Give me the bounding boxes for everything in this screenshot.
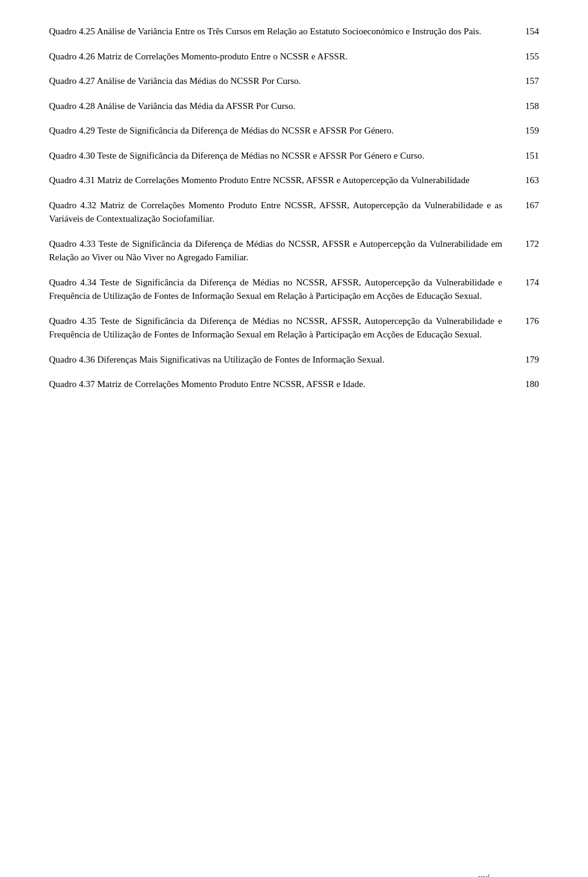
page-number: xvi	[478, 873, 490, 877]
toc-entry: Quadro 4.30 Teste de Significância da Di…	[49, 149, 539, 163]
toc-entry-page: 180	[514, 377, 539, 391]
toc-entry: Quadro 4.27 Análise de Variância das Méd…	[49, 74, 539, 88]
toc-entry-page: 159	[514, 124, 539, 138]
toc-entry: Quadro 4.32 Matriz de Correlações Moment…	[49, 198, 539, 226]
toc-entry-text: Quadro 4.27 Análise de Variância das Méd…	[49, 74, 514, 88]
toc-entry-page: 151	[514, 149, 539, 163]
toc-entry: Quadro 4.31 Matriz de Correlações Moment…	[49, 173, 539, 187]
toc-entry: Quadro 4.36 Diferenças Mais Significativ…	[49, 353, 539, 367]
toc-entry-text: Quadro 4.25 Análise de Variância Entre o…	[49, 24, 514, 39]
toc-entry: Quadro 4.28 Análise de Variância das Méd…	[49, 99, 539, 113]
toc-entry-page: 155	[514, 50, 539, 64]
toc-entry: Quadro 4.37 Matriz de Correlações Moment…	[49, 377, 539, 391]
toc-entry-page: 174	[514, 276, 539, 290]
page-footer: xvi	[478, 873, 490, 877]
toc-entry-page: 154	[514, 24, 539, 39]
toc-entry-text: Quadro 4.37 Matriz de Correlações Moment…	[49, 377, 514, 391]
toc-entry-page: 157	[514, 74, 539, 88]
toc-entry-page: 158	[514, 99, 539, 113]
toc-entry: Quadro 4.33 Teste de Significância da Di…	[49, 237, 539, 265]
toc-entry: Quadro 4.34 Teste de Significância da Di…	[49, 276, 539, 303]
toc-entry-text: Quadro 4.32 Matriz de Correlações Moment…	[49, 198, 514, 226]
toc-entry-text: Quadro 4.28 Análise de Variância das Méd…	[49, 99, 514, 113]
toc-entry-text: Quadro 4.33 Teste de Significância da Di…	[49, 237, 514, 265]
toc-entry-text: Quadro 4.30 Teste de Significância da Di…	[49, 149, 514, 163]
toc-entry: Quadro 4.25 Análise de Variância Entre o…	[49, 24, 539, 39]
toc-entry-page: 176	[514, 314, 539, 328]
toc-entry-page: 163	[514, 173, 539, 187]
toc-entry-text: Quadro 4.35 Teste de Significância da Di…	[49, 314, 514, 342]
page-wrapper: Quadro 4.25 Análise de Variância Entre o…	[49, 24, 539, 877]
toc-entry-text: Quadro 4.26 Matriz de Correlações Moment…	[49, 50, 514, 64]
toc-entry: Quadro 4.29 Teste de Significância da Di…	[49, 124, 539, 138]
toc-entry: Quadro 4.26 Matriz de Correlações Moment…	[49, 50, 539, 64]
toc-entry-page: 167	[514, 198, 539, 213]
toc-entry-page: 179	[514, 353, 539, 367]
toc-entry-text: Quadro 4.29 Teste de Significância da Di…	[49, 124, 514, 138]
toc-entry-text: Quadro 4.31 Matriz de Correlações Moment…	[49, 173, 514, 187]
toc-entry-page: 172	[514, 237, 539, 251]
toc-list: Quadro 4.25 Análise de Variância Entre o…	[49, 24, 539, 391]
toc-entry-text: Quadro 4.36 Diferenças Mais Significativ…	[49, 353, 514, 367]
toc-entry-text: Quadro 4.34 Teste de Significância da Di…	[49, 276, 514, 303]
toc-entry: Quadro 4.35 Teste de Significância da Di…	[49, 314, 539, 342]
